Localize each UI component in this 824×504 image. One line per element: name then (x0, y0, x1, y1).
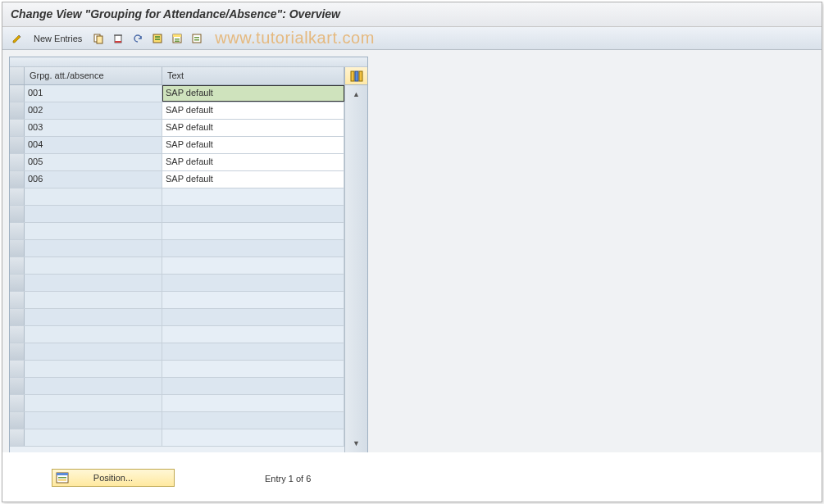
cell-text[interactable]: SAP default (162, 85, 344, 102)
cell-text[interactable] (162, 240, 344, 257)
svg-rect-3 (115, 41, 121, 43)
row-selector[interactable] (10, 292, 25, 308)
cell-text[interactable] (162, 343, 344, 360)
cell-text[interactable] (162, 292, 344, 308)
cell-grouping[interactable]: 005 (25, 154, 162, 170)
cell-grouping[interactable] (25, 275, 162, 291)
cell-text[interactable] (162, 257, 344, 274)
row-selector[interactable] (10, 412, 25, 429)
row-selector[interactable] (10, 395, 25, 411)
undo-icon[interactable] (130, 30, 146, 47)
row-selector[interactable] (10, 309, 25, 325)
row-selector[interactable] (10, 275, 25, 291)
cell-grouping[interactable] (25, 326, 162, 343)
row-selector[interactable] (10, 154, 25, 170)
table-row (10, 257, 344, 275)
cell-text[interactable] (162, 275, 344, 291)
cell-text[interactable] (162, 361, 344, 377)
cell-grouping[interactable] (25, 257, 162, 274)
cell-text[interactable] (162, 378, 344, 394)
scroll-down-icon[interactable]: ▼ (350, 437, 363, 450)
cell-text[interactable] (162, 188, 344, 205)
cell-grouping[interactable] (25, 429, 162, 446)
cell-text[interactable] (162, 326, 344, 343)
toggle-edit-icon[interactable] (9, 30, 25, 47)
table-row (10, 188, 344, 206)
row-selector[interactable] (10, 188, 25, 205)
table-row (10, 429, 344, 447)
table-config-icon[interactable] (344, 67, 367, 84)
scroll-up-icon[interactable]: ▲ (350, 88, 363, 101)
cell-grouping[interactable] (25, 206, 162, 222)
table-row: 005SAP default (10, 154, 344, 171)
row-selector[interactable] (10, 326, 25, 343)
row-selector[interactable] (10, 343, 25, 360)
row-selector[interactable] (10, 361, 25, 377)
cell-grouping[interactable] (25, 240, 162, 257)
row-selector[interactable] (10, 137, 25, 153)
cell-text[interactable]: SAP default (162, 154, 344, 170)
cell-text[interactable]: SAP default (162, 120, 344, 136)
svg-rect-8 (173, 34, 181, 37)
cell-grouping[interactable]: 006 (25, 171, 162, 188)
cell-grouping[interactable]: 003 (25, 120, 162, 136)
cell-grouping[interactable]: 002 (25, 102, 162, 119)
toolbar: New Entries www.tutorialkart.com (2, 27, 822, 50)
cell-grouping[interactable] (25, 292, 162, 308)
row-selector[interactable] (10, 429, 25, 446)
cell-grouping[interactable]: 001 (25, 85, 162, 102)
cell-text[interactable] (162, 223, 344, 239)
cell-grouping[interactable]: 004 (25, 137, 162, 153)
svg-rect-13 (194, 39, 199, 41)
row-selector[interactable] (10, 120, 25, 136)
svg-rect-1 (97, 36, 102, 43)
table-row (10, 395, 344, 412)
position-button[interactable]: Position... (52, 469, 175, 487)
row-selector[interactable] (10, 240, 25, 257)
row-selector[interactable] (10, 206, 25, 222)
column-header-grouping[interactable]: Grpg. att./absence (25, 67, 162, 84)
footer: Position... Entry 1 of 6 (2, 452, 822, 502)
new-entries-button[interactable]: New Entries (29, 34, 87, 43)
select-all-icon[interactable] (149, 30, 166, 47)
row-selector[interactable] (10, 102, 25, 119)
svg-rect-11 (193, 34, 201, 43)
row-selector[interactable] (10, 171, 25, 188)
cell-grouping[interactable] (25, 309, 162, 325)
cell-grouping[interactable] (25, 223, 162, 239)
cell-grouping[interactable] (25, 412, 162, 429)
table-row (10, 361, 344, 378)
cell-text[interactable] (162, 429, 344, 446)
column-header-text[interactable]: Text (162, 67, 344, 84)
row-selector-header[interactable] (10, 67, 25, 84)
cell-grouping[interactable] (25, 395, 162, 411)
cell-grouping[interactable] (25, 378, 162, 394)
table-row: 002SAP default (10, 102, 344, 120)
svg-rect-9 (175, 39, 180, 40)
copy-icon[interactable] (90, 30, 107, 47)
cell-text[interactable] (162, 309, 344, 325)
cell-text[interactable] (162, 395, 344, 411)
cell-text[interactable]: SAP default (162, 171, 344, 188)
deselect-all-icon[interactable] (189, 30, 205, 47)
row-selector[interactable] (10, 257, 25, 274)
table-row (10, 292, 344, 309)
row-selector[interactable] (10, 85, 25, 102)
delete-icon[interactable] (110, 30, 126, 47)
cell-grouping[interactable] (25, 361, 162, 377)
cell-text[interactable]: SAP default (162, 137, 344, 153)
cell-grouping[interactable] (25, 188, 162, 205)
row-selector[interactable] (10, 223, 25, 239)
svg-rect-12 (194, 37, 199, 39)
vertical-scrollbar[interactable]: ▲ ▼ (344, 85, 367, 452)
svg-rect-5 (155, 36, 160, 38)
row-selector[interactable] (10, 378, 25, 394)
table-row: 001SAP default (10, 85, 344, 102)
cell-text[interactable]: SAP default (162, 102, 344, 119)
table-top-strip (10, 57, 367, 67)
table-row (10, 326, 344, 343)
cell-grouping[interactable] (25, 343, 162, 360)
select-block-icon[interactable] (169, 30, 185, 47)
cell-text[interactable] (162, 206, 344, 222)
cell-text[interactable] (162, 412, 344, 429)
